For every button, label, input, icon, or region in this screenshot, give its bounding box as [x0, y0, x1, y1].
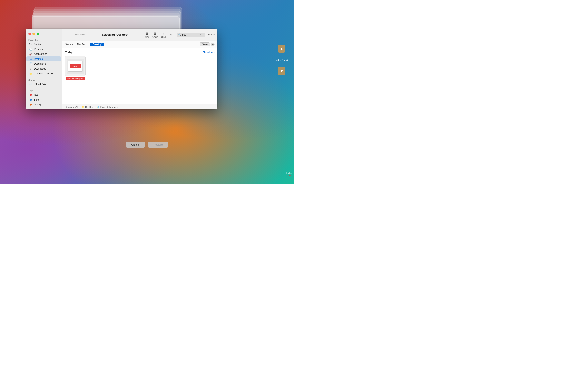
main-content: ‹ › Back/Forward Searching "Desktop" ⊞ V… — [62, 29, 217, 109]
more-button[interactable]: >> — [169, 33, 174, 37]
timeline-now-line — [286, 177, 292, 177]
sidebar-item-downloads[interactable]: ⬇ Downloads — [26, 66, 61, 71]
share-label: Share — [161, 36, 166, 38]
applications-icon: 🚀 — [29, 52, 33, 56]
sidebar-item-label: Red — [34, 93, 38, 96]
add-search-button[interactable]: + — [211, 43, 215, 46]
search-input[interactable] — [182, 33, 199, 36]
breadcrumb-folder-name: Desktop — [85, 106, 93, 108]
breadcrumb-file: 📊 Presentation.pptx — [96, 106, 118, 108]
svg-point-2 — [30, 104, 32, 106]
scope-desktop-button[interactable]: "Desktop" — [90, 43, 104, 46]
view-label: View — [145, 36, 149, 38]
pptx-content-bar: Atlas — [70, 64, 81, 68]
search-label: Search: — [65, 43, 73, 46]
today-label: Today — [65, 51, 73, 54]
breadcrumb-username: anamor43 — [68, 106, 78, 108]
content-area: Today Show Less Atlas Presen — [62, 48, 217, 104]
save-search-button[interactable]: Save — [200, 42, 210, 47]
view-action[interactable]: ⊞ View — [145, 32, 149, 38]
sidebar: Favorites ⇡⇣ AirDrop 🕐 Recents 🚀 Applica… — [26, 29, 62, 109]
sidebar-item-documents[interactable]: 📄 Documents — [26, 61, 61, 66]
back-forward-label: Back/Forward — [74, 34, 85, 36]
group-icon: ⊟ — [154, 32, 156, 35]
back-forward-nav: ‹ › — [65, 33, 71, 37]
breadcrumb-sep-1: › — [80, 106, 80, 108]
sidebar-item-label: Downloads — [34, 67, 46, 70]
share-icon: ↑ — [163, 32, 164, 35]
breadcrumb-sep-2: › — [95, 106, 95, 108]
window-title: Searching "Desktop" — [88, 33, 143, 36]
file-item[interactable]: Atlas Presentation.pptx — [65, 56, 86, 80]
pptx-slide: Atlas — [68, 61, 82, 71]
breadcrumb-user: 🖥 anamor43 — [65, 106, 78, 108]
window-controls — [26, 31, 62, 38]
group-label: Group — [152, 36, 158, 38]
restore-button[interactable]: Restore — [148, 142, 168, 148]
breadcrumb-file-name: Presentation.pptx — [100, 106, 118, 108]
section-header: Today Show Less — [65, 51, 215, 54]
tag-blue-icon — [29, 98, 33, 101]
file-name-badge: Presentation.pptx — [66, 77, 85, 80]
sidebar-item-label: Documents — [34, 62, 46, 65]
back-button[interactable]: ‹ — [65, 33, 68, 37]
icloud-label: iCloud — [26, 78, 62, 82]
airdrop-icon: ⇡⇣ — [29, 43, 33, 46]
favorites-label: Favorites — [26, 38, 62, 42]
recents-icon: 🕐 — [29, 48, 33, 51]
tags-label: Tags — [26, 88, 62, 92]
svg-point-0 — [30, 94, 32, 96]
sidebar-item-label: Orange — [34, 103, 42, 106]
search-box[interactable]: 🔍 ✕ — [177, 33, 205, 37]
sidebar-item-desktop[interactable]: 🖥 Desktop — [26, 57, 61, 61]
group-action[interactable]: ⊟ Group — [152, 32, 158, 38]
view-icon: ⊞ — [146, 32, 149, 35]
cancel-button[interactable]: Cancel — [126, 142, 145, 148]
close-button[interactable] — [28, 33, 31, 35]
sidebar-item-tag-orange[interactable]: Orange — [26, 102, 61, 107]
sidebar-item-tag-red[interactable]: Red — [26, 92, 61, 97]
timeline: Today Now — [278, 0, 294, 184]
share-action[interactable]: ↑ Share — [161, 32, 166, 38]
sidebar-item-label: Applications — [34, 53, 47, 55]
search-clear-icon[interactable]: ✕ — [199, 33, 201, 36]
timeline-today-label: Today — [286, 172, 292, 174]
sidebar-item-recents[interactable]: 🕐 Recents — [26, 47, 61, 52]
maximize-button[interactable] — [36, 33, 39, 35]
tag-orange-icon — [29, 103, 33, 106]
pptx-text: Atlas — [73, 66, 77, 67]
file-grid: Atlas Presentation.pptx — [65, 56, 215, 80]
forward-button[interactable]: › — [69, 33, 72, 37]
sidebar-item-label: AirDrop — [34, 43, 42, 46]
sidebar-item-label: iCloud Drive — [34, 83, 47, 86]
sidebar-item-label: Blue — [34, 98, 39, 101]
search-scope-bar: Search: This Mac "Desktop" Save + — [62, 41, 217, 48]
pptx-preview: Atlas — [67, 58, 84, 74]
icloud-icon: ☁️ — [29, 83, 33, 86]
sidebar-item-creative-cloud[interactable]: 📁 Creative Cloud Fil... — [26, 71, 61, 76]
search-save-area: Save + — [200, 42, 215, 47]
sidebar-item-icloud-drive[interactable]: ☁️ iCloud Drive — [26, 82, 61, 87]
show-less-button[interactable]: Show Less — [203, 51, 215, 54]
scope-this-mac-button[interactable]: This Mac — [75, 43, 88, 46]
toolbar: ‹ › Back/Forward Searching "Desktop" ⊞ V… — [62, 29, 217, 41]
tag-red-icon — [29, 93, 33, 96]
finder-dialog: Favorites ⇡⇣ AirDrop 🕐 Recents 🚀 Applica… — [26, 29, 217, 109]
status-bar: 🖥 anamor43 › 📁 Desktop › 📊 Presentation.… — [62, 104, 217, 109]
bottom-buttons: Cancel Restore — [126, 142, 168, 148]
breadcrumb-folder: 📁 Desktop — [81, 106, 93, 108]
downloads-icon: ⬇ — [29, 67, 33, 70]
search-icon: 🔍 — [178, 33, 181, 36]
sidebar-item-tag-blue[interactable]: Blue — [26, 97, 61, 102]
file-thumbnail: Atlas — [65, 56, 86, 76]
documents-icon: 📄 — [29, 62, 33, 66]
svg-point-1 — [30, 99, 32, 101]
sidebar-item-label: Recents — [34, 48, 43, 50]
sidebar-item-applications[interactable]: 🚀 Applications — [26, 52, 61, 57]
minimize-button[interactable] — [33, 33, 35, 35]
search-label: Search — [208, 34, 215, 36]
sidebar-item-airdrop[interactable]: ⇡⇣ AirDrop — [26, 42, 61, 47]
desktop-icon: 🖥 — [29, 57, 33, 60]
timeline-now-label: Now — [287, 174, 292, 177]
toolbar-actions: ⊞ View ⊟ Group ↑ Share >> 🔍 ✕ Search — [145, 32, 215, 38]
